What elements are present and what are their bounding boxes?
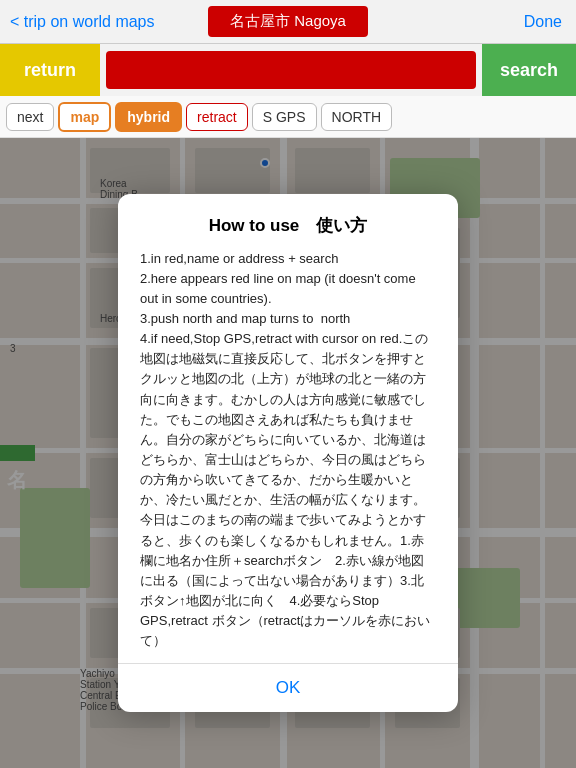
modal-ok-row: OK: [140, 664, 436, 712]
modal-overlay: How to use 使い方 1.in red,name or address …: [0, 138, 576, 768]
nav-title: 名古屋市 Nagoya: [208, 6, 368, 37]
return-button[interactable]: return: [0, 44, 100, 96]
modal-box: How to use 使い方 1.in red,name or address …: [118, 194, 458, 713]
map-area[interactable]: KoreaDining B... Hero's School 7-Eleven …: [0, 138, 576, 768]
next-button[interactable]: next: [6, 103, 54, 131]
search-button[interactable]: search: [482, 44, 576, 96]
toolbar: return search: [0, 44, 576, 96]
sgps-button[interactable]: S GPS: [252, 103, 317, 131]
ok-button[interactable]: OK: [246, 674, 331, 702]
top-nav-bar: < trip on world maps 名古屋市 Nagoya Done: [0, 0, 576, 44]
url-bar[interactable]: [106, 51, 476, 89]
hybrid-button[interactable]: hybrid: [115, 102, 182, 132]
retract-button[interactable]: retract: [186, 103, 248, 131]
done-button[interactable]: Done: [510, 13, 576, 31]
modal-body: 1.in red,name or address + search 2.here…: [140, 249, 436, 652]
modal-title: How to use 使い方: [140, 214, 436, 237]
north-button[interactable]: NORTH: [321, 103, 393, 131]
back-button[interactable]: < trip on world maps: [0, 13, 165, 31]
map-controls-bar: next map hybrid retract S GPS NORTH: [0, 96, 576, 138]
map-button[interactable]: map: [58, 102, 111, 132]
